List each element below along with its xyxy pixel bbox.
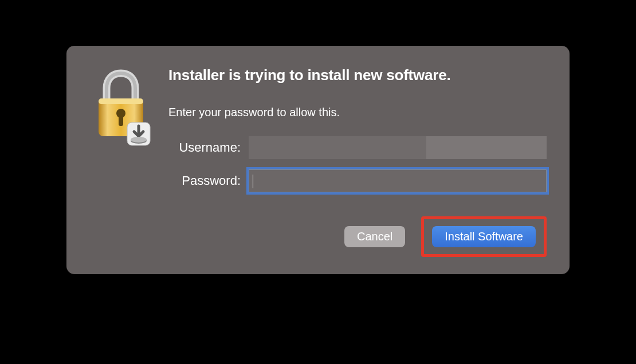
password-row: Password: (168, 169, 547, 192)
highlight-annotation: Install Software (421, 216, 547, 257)
dialog-button-row: Cancel Install Software (168, 216, 547, 257)
auth-dialog: Installer is trying to install new softw… (66, 46, 570, 274)
dialog-title: Installer is trying to install new softw… (168, 66, 547, 84)
text-cursor (253, 175, 253, 188)
install-software-button[interactable]: Install Software (432, 226, 536, 247)
username-field[interactable] (249, 136, 547, 159)
username-value (249, 136, 426, 159)
username-row: Username: (168, 136, 547, 159)
dialog-icon-column (89, 66, 164, 257)
lock-icon (89, 68, 152, 148)
password-label: Password: (168, 173, 249, 188)
username-label: Username: (168, 140, 249, 155)
cancel-button[interactable]: Cancel (344, 226, 405, 247)
username-field-segment (426, 136, 547, 159)
password-field[interactable] (249, 169, 547, 192)
svg-point-6 (131, 137, 147, 143)
svg-rect-3 (119, 116, 123, 126)
svg-rect-1 (99, 98, 143, 104)
dialog-content: Installer is trying to install new softw… (164, 66, 547, 257)
dialog-subtitle: Enter your password to allow this. (168, 106, 547, 119)
